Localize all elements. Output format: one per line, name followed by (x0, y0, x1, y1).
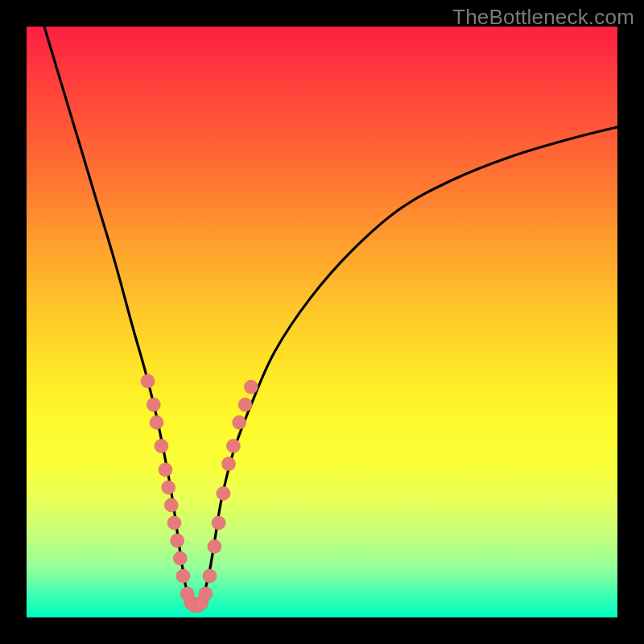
chart-svg (27, 27, 617, 617)
bottleneck-curve (44, 27, 617, 608)
highlight-dot (176, 569, 190, 583)
highlight-dot (212, 516, 225, 530)
highlight-dot (208, 539, 221, 553)
highlight-dot (150, 415, 163, 429)
highlight-dot (222, 457, 236, 471)
highlight-dots-group (141, 374, 258, 613)
highlight-dot (162, 481, 175, 494)
highlight-dot (164, 498, 178, 512)
highlight-dot (173, 551, 187, 565)
highlight-dot (233, 415, 246, 429)
watermark-text: TheBottleneck.com (452, 5, 634, 30)
highlight-dot (147, 398, 160, 411)
highlight-dot (238, 398, 252, 411)
highlight-dot (244, 380, 258, 394)
highlight-dot (203, 569, 217, 583)
highlight-dot (171, 534, 184, 547)
highlight-dot (159, 463, 172, 477)
highlight-dot (199, 587, 213, 601)
chart-frame: TheBottleneck.com (0, 0, 644, 644)
highlight-dot (155, 440, 168, 453)
highlight-dot (226, 440, 240, 453)
highlight-dot (217, 486, 230, 500)
highlight-dot (141, 374, 155, 388)
plot-area (27, 27, 617, 617)
highlight-dot (167, 516, 181, 530)
